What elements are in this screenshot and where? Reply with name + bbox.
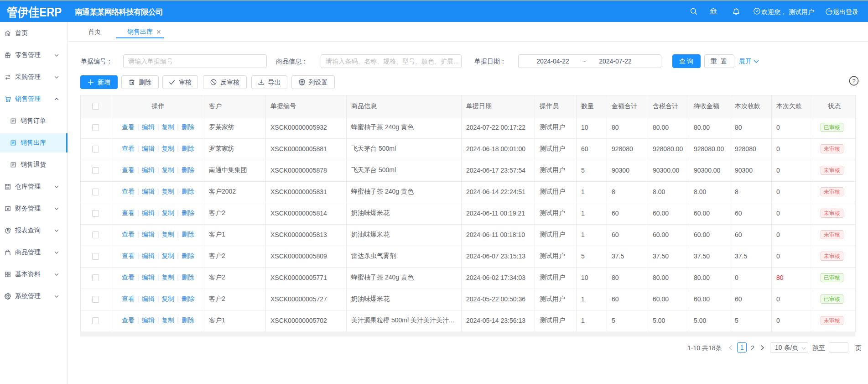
svg-text:?: ? <box>852 78 855 84</box>
